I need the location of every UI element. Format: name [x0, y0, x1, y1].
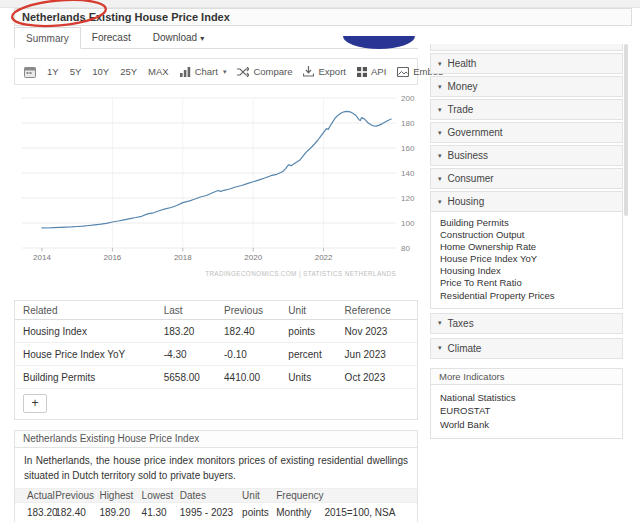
cell: 189.20: [99, 507, 141, 518]
chevron-down-icon: ▾: [438, 198, 442, 206]
link-national-statistics[interactable]: National Statistics: [440, 391, 613, 405]
sidebar-item-government[interactable]: ▾ Government: [430, 122, 623, 143]
price-index-chart[interactable]: 8010012014016018020020142016201820202022…: [14, 88, 418, 288]
cell: Jun 2023: [345, 349, 417, 360]
sidebar-item-housing[interactable]: ▾ Housing: [430, 191, 623, 212]
col-header: Previous: [224, 305, 288, 316]
price-index-line: [42, 111, 391, 228]
indicator-link[interactable]: Housing Index: [15, 326, 164, 337]
cell: 183.20: [15, 507, 55, 518]
range-25y-button[interactable]: 25Y: [120, 66, 137, 77]
category-sidebar: ▾ Health ▾ Money ▾ Trade ▾ Government ▾ …: [430, 44, 623, 439]
col-header: Previous: [55, 490, 99, 501]
chevron-down-icon: ▾: [438, 344, 442, 352]
chevron-down-icon: ▾: [223, 68, 227, 76]
sidebar-item-money[interactable]: ▾ Money: [430, 76, 623, 97]
chart-type-button[interactable]: Chart ▾: [180, 66, 227, 77]
indicator-link[interactable]: House Price Index YoY: [15, 349, 164, 360]
description-panel-title: Netherlands Existing House Price Index: [15, 431, 417, 448]
col-header: Highest: [99, 490, 141, 501]
y-axis-tick: 160: [401, 144, 415, 153]
tab-summary[interactable]: Summary: [14, 27, 81, 49]
col-header: Dates: [180, 490, 242, 501]
y-axis-tick: 100: [401, 219, 415, 228]
indicator-link[interactable]: Building Permits: [15, 372, 164, 383]
cell: 182.40: [224, 326, 288, 337]
description-panel: Netherlands Existing House Price Index I…: [14, 430, 418, 522]
sidebar-item-label: Government: [448, 127, 503, 138]
related-table-header: Related Last Previous Unit Reference: [15, 301, 417, 320]
add-indicator-button[interactable]: +: [23, 394, 47, 413]
related-table-footer: +: [15, 389, 417, 419]
chevron-down-icon: ▾: [438, 106, 442, 114]
sidebar-link-residential-property-prices[interactable]: Residential Property Prices: [440, 290, 613, 302]
table-row-housing-index[interactable]: Housing Index 183.20 182.40 points Nov 2…: [15, 320, 417, 343]
bar-chart-icon: [180, 66, 191, 77]
y-axis-tick: 200: [401, 94, 415, 103]
col-header: Related: [15, 305, 164, 316]
col-header: Reference: [345, 305, 417, 316]
x-axis-tick: 2018: [174, 253, 192, 262]
x-axis-tick: 2022: [315, 253, 333, 262]
api-button[interactable]: API: [357, 66, 386, 77]
sidebar-item-consumer[interactable]: ▾ Consumer: [430, 168, 623, 189]
tab-forecast[interactable]: Forecast: [81, 27, 142, 49]
cell: -4.30: [164, 349, 224, 360]
more-indicators-title: More Indicators: [431, 369, 622, 385]
link-eurostat[interactable]: EUROSTAT: [440, 404, 613, 418]
cell: points: [288, 326, 344, 337]
col-header: Last: [164, 305, 224, 316]
page: Netherlands Existing House Price Index S…: [0, 0, 640, 522]
sidebar-item-partial[interactable]: [430, 44, 623, 51]
compare-button[interactable]: Compare: [237, 66, 292, 77]
chevron-down-icon: ▾: [200, 34, 204, 43]
y-axis-tick: 80: [401, 244, 410, 253]
sidebar-item-trade[interactable]: ▾ Trade: [430, 99, 623, 120]
sidebar-link-construction-output[interactable]: Construction Output: [440, 229, 613, 241]
grid-icon: [357, 67, 367, 77]
cell: Monthly: [276, 507, 324, 518]
table-row-building-permits[interactable]: Building Permits 5658.00 4410.00 Units O…: [15, 366, 417, 389]
sidebar-item-business[interactable]: ▾ Business: [430, 145, 623, 166]
chevron-down-icon: ▾: [438, 175, 442, 183]
stats-table-header: Actual Previous Highest Lowest Dates Uni…: [15, 488, 417, 503]
chevron-down-icon: ▾: [438, 60, 442, 68]
cell: Units: [288, 372, 344, 383]
sidebar-item-label: Consumer: [448, 173, 494, 184]
sidebar-item-label: Housing: [448, 196, 485, 207]
y-axis-tick: 120: [401, 194, 415, 203]
range-10y-button[interactable]: 10Y: [92, 66, 109, 77]
tab-download[interactable]: Download▾: [142, 27, 216, 49]
sidebar-item-climate[interactable]: ▾ Climate: [430, 338, 623, 359]
x-axis-tick: 2016: [104, 253, 122, 262]
sidebar-link-price-to-rent-ratio[interactable]: Price To Rent Ratio: [440, 277, 613, 289]
sidebar-link-house-price-index-yoy[interactable]: House Price Index YoY: [440, 253, 613, 265]
link-world-bank[interactable]: World Bank: [440, 418, 613, 432]
description-text: In Netherlands, the house price index mo…: [15, 448, 417, 488]
export-button[interactable]: Export: [303, 66, 345, 77]
sidebar-link-home-ownership-rate[interactable]: Home Ownership Rate: [440, 241, 613, 253]
col-header: Frequency: [276, 490, 324, 501]
range-max-button[interactable]: MAX: [148, 66, 169, 77]
sidebar-link-housing-index[interactable]: Housing Index: [440, 265, 613, 277]
table-row-house-price-yoy[interactable]: House Price Index YoY -4.30 -0.10 percen…: [15, 343, 417, 366]
sidebar-item-health[interactable]: ▾ Health: [430, 53, 623, 74]
chevron-down-icon: ▾: [438, 152, 442, 160]
y-axis-tick: 180: [401, 119, 415, 128]
col-header: Unit: [288, 305, 344, 316]
range-5y-button[interactable]: 5Y: [70, 66, 82, 77]
cell: Nov 2023: [345, 326, 417, 337]
sidebar-scrollbar[interactable]: [624, 44, 628, 216]
cell: points: [242, 507, 276, 518]
sidebar-item-label: Business: [448, 150, 489, 161]
more-indicators-panel: More Indicators National Statistics EURO…: [430, 368, 623, 440]
y-axis-tick: 140: [401, 169, 415, 178]
sidebar-item-taxes[interactable]: ▾ Taxes: [430, 313, 623, 334]
shuffle-icon: [237, 67, 249, 77]
chevron-down-icon: ▾: [438, 319, 442, 327]
sidebar-item-label: Health: [448, 58, 477, 69]
chevron-down-icon: ▾: [438, 129, 442, 137]
range-1y-button[interactable]: 1Y: [47, 66, 59, 77]
calendar-icon[interactable]: [24, 66, 36, 78]
sidebar-link-building-permits[interactable]: Building Permits: [440, 217, 613, 229]
